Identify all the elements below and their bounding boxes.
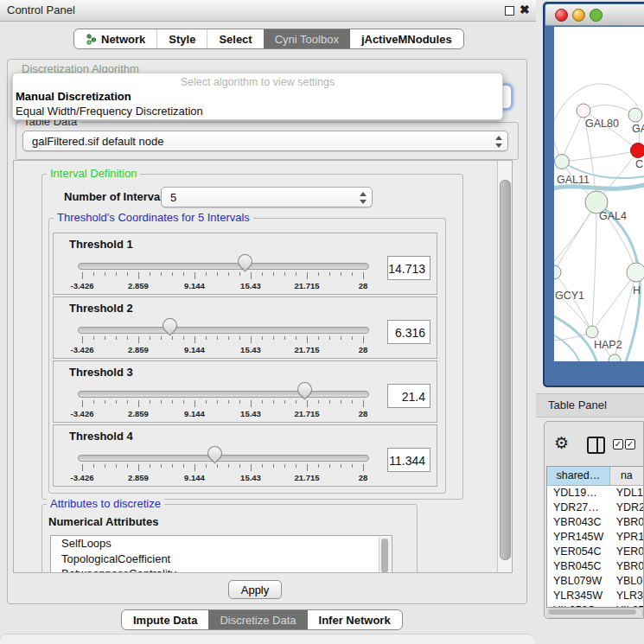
attribute-item[interactable]: SelfLoops <box>51 536 392 552</box>
tick-mark <box>206 336 207 340</box>
bottom-tab-infer-network[interactable]: Infer Network <box>308 610 402 629</box>
close-icon[interactable]: ✖ <box>520 3 530 16</box>
apply-button[interactable]: Apply <box>228 580 282 599</box>
tab-select[interactable]: Select <box>207 29 263 48</box>
bottom-tab-discretize-data[interactable]: Discretize Data <box>208 610 307 629</box>
network-node-gcy1[interactable] <box>554 265 561 279</box>
table-row[interactable]: YDR27…YDR27 <box>547 501 643 515</box>
attribute-item[interactable]: TopologicalCoefficient <box>51 552 392 567</box>
network-canvas[interactable]: GAL80GACGAL11GAL4GCY1HHAP2 <box>554 27 644 361</box>
network-view-titlebar[interactable] <box>545 4 644 26</box>
table-data-combobox[interactable]: galFiltered.sif default node <box>22 131 508 151</box>
network-node-hap2[interactable] <box>586 326 598 338</box>
tick-mark <box>138 464 139 471</box>
tick-mark <box>307 400 308 407</box>
algorithm-popup: Select algorithm to view settings Manual… <box>12 73 503 120</box>
network-node[interactable] <box>609 354 621 361</box>
tab-label: Impute Data <box>133 614 197 627</box>
tick-label: -3.426 <box>63 281 101 290</box>
network-edge[interactable] <box>592 272 636 332</box>
column-header-1[interactable]: shared… <box>547 467 610 485</box>
tick-mark <box>228 400 229 404</box>
settings-scrollbar[interactable] <box>497 161 512 572</box>
list-scrollbar[interactable] <box>379 537 391 571</box>
gear-icon[interactable]: ⚙ <box>554 433 569 453</box>
tick-label: -3.426 <box>63 345 101 354</box>
tick-mark <box>352 272 353 276</box>
tick-label: 28 <box>344 345 382 354</box>
tick-label: 21.715 <box>288 473 326 482</box>
table-row[interactable]: YER054CYER054C <box>547 545 643 559</box>
tick-label: 28 <box>344 281 382 290</box>
table-row[interactable]: YDL19…YDL19 <box>547 486 643 501</box>
tab-style[interactable]: Style <box>156 29 207 48</box>
table-row[interactable]: YBR045CYBR045C <box>547 559 643 574</box>
network-edge[interactable] <box>583 105 635 115</box>
slider-track[interactable] <box>78 263 369 270</box>
minimize-traffic-light-icon[interactable] <box>572 9 585 22</box>
checkbox-icon[interactable]: ✓ <box>613 439 623 450</box>
slider-track[interactable] <box>78 391 369 398</box>
slider-track[interactable] <box>78 327 369 334</box>
zoom-traffic-light-icon[interactable] <box>590 9 603 22</box>
threshold-value-field[interactable]: 21.4 <box>387 384 430 408</box>
tick-mark <box>284 336 285 340</box>
attribute-item[interactable]: BetweennessCentrality <box>51 566 392 573</box>
network-edge[interactable] <box>592 202 596 332</box>
tick-mark <box>127 272 128 276</box>
float-window-icon[interactable] <box>505 6 514 16</box>
popup-option-manual[interactable]: Manual Discretization <box>16 90 131 103</box>
panel-title: Control Panel <box>7 3 75 16</box>
threshold-value-field[interactable]: 11.344 <box>387 448 430 472</box>
tick-mark <box>206 464 207 468</box>
close-traffic-light-icon[interactable] <box>555 9 568 22</box>
tick-mark <box>138 336 139 343</box>
tick-mark <box>206 400 207 404</box>
tab-label: Discretize Data <box>220 614 296 627</box>
tick-mark <box>273 400 274 404</box>
columns-icon[interactable] <box>587 437 605 454</box>
table-cell: YBR043C <box>547 515 610 530</box>
column-header-2[interactable]: na <box>610 467 643 485</box>
tab-jactivemnodules[interactable]: jActiveMNodules <box>350 29 463 48</box>
tick-mark <box>161 272 162 276</box>
threshold-value-field[interactable]: 14.713 <box>387 256 430 280</box>
threshold-value-field[interactable]: 6.316 <box>387 320 430 344</box>
table-row[interactable]: YLR345WYLR345W <box>547 589 643 603</box>
number-of-intervals-combobox[interactable]: 5 <box>161 187 373 207</box>
tick-label: 9.144 <box>175 281 214 290</box>
network-node-label: GAL4 <box>599 210 627 222</box>
network-edge[interactable] <box>562 111 583 162</box>
table-hscrollbar[interactable] <box>547 608 643 618</box>
tab-cyni-toolbox[interactable]: Cyni Toolbox <box>264 29 350 48</box>
settings-scrollbar-thumb[interactable] <box>500 180 511 560</box>
network-node-gal80[interactable] <box>577 104 590 118</box>
bottom-tab-impute-data[interactable]: Impute Data <box>122 610 208 629</box>
table-cell: YPR145W <box>610 530 643 545</box>
network-node-gal11[interactable] <box>555 155 570 169</box>
tick-mark <box>329 464 330 468</box>
tab-network[interactable]: Network <box>74 29 156 48</box>
table-row[interactable]: YBR043CYBR043C <box>547 515 643 530</box>
network-node-h[interactable] <box>627 263 644 282</box>
network-edge[interactable] <box>554 202 596 272</box>
tick-mark <box>352 400 353 404</box>
tick-mark <box>251 464 252 471</box>
popup-option-equal-width[interactable]: Equal Width/Frequency Discretization <box>16 105 203 118</box>
slider-track[interactable] <box>78 455 369 462</box>
table-row[interactable]: YPR145WYPR145W <box>547 530 643 545</box>
network-node-c[interactable] <box>631 143 644 158</box>
tick-label: 15.43 <box>232 281 270 290</box>
network-node-ga[interactable] <box>628 108 642 122</box>
checkbox-icon[interactable]: ✓ <box>625 439 635 450</box>
network-edge[interactable] <box>562 150 638 162</box>
tick-mark <box>127 400 128 404</box>
table-panel-title: Table Panel <box>548 399 607 411</box>
numerical-attributes-list: SelfLoopsTopologicalCoefficientBetweenne… <box>50 535 392 573</box>
tick-mark <box>363 400 364 407</box>
table-row[interactable]: YBL079WYBL079W <box>547 574 643 589</box>
network-edge[interactable] <box>554 272 592 332</box>
threshold-row-1: Threshold 1-3.4262.8599.14415.4321.71528… <box>53 233 437 295</box>
tick-mark <box>150 272 150 276</box>
tick-mark <box>161 464 162 468</box>
